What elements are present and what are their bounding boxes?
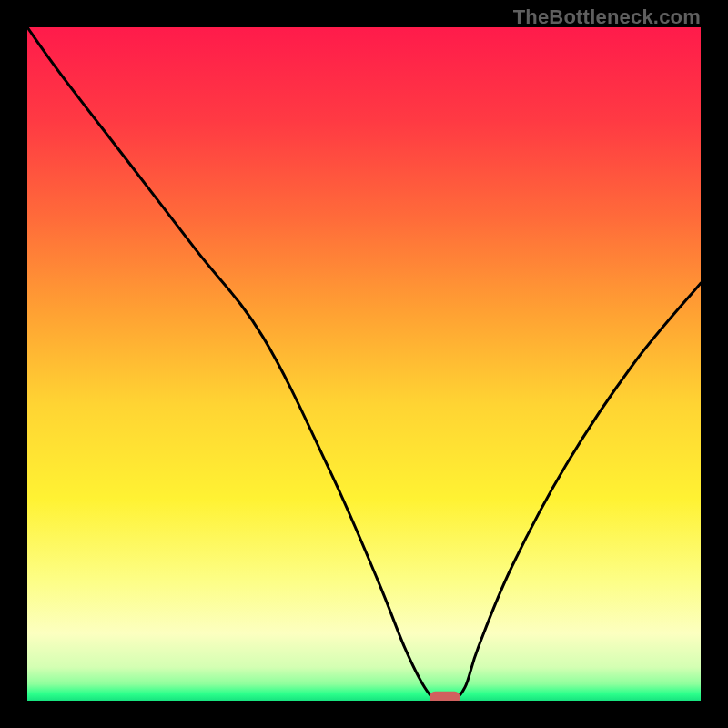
plot-area xyxy=(27,27,701,701)
chart-svg xyxy=(27,27,701,701)
watermark-text: TheBottleneck.com xyxy=(513,5,701,29)
optimal-point-marker xyxy=(430,692,460,701)
gradient-background xyxy=(27,27,701,701)
chart-frame: TheBottleneck.com xyxy=(0,0,728,728)
